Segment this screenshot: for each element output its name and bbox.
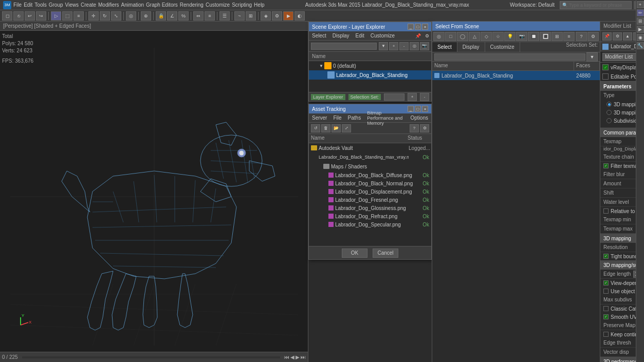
use-object-mtl-checkbox[interactable] bbox=[603, 289, 609, 294]
cancel-button[interactable]: Cancel bbox=[373, 249, 398, 258]
app-menu-file[interactable]: File bbox=[13, 2, 22, 8]
layer-explorer-tag[interactable]: Layer Explorer bbox=[311, 94, 345, 100]
asset-menu-paths[interactable]: Paths bbox=[347, 115, 362, 121]
asset-settings-btn[interactable]: ⚙ bbox=[420, 124, 429, 132]
pin-modifier-btn[interactable]: 📌 bbox=[602, 32, 612, 41]
menu-display[interactable]: Display bbox=[332, 33, 351, 39]
configure-btn[interactable]: ⚙ bbox=[613, 32, 622, 41]
selection-set-input[interactable] bbox=[384, 93, 404, 101]
pin-icon[interactable]: 📌 bbox=[415, 33, 421, 39]
close-btn[interactable]: × bbox=[422, 24, 428, 30]
modifier-editable-poly-checkbox[interactable] bbox=[602, 73, 609, 80]
asset-minimize-btn[interactable]: _ bbox=[408, 106, 414, 112]
app-menu-rendering[interactable]: Rendering bbox=[180, 2, 204, 8]
scene-btn-3[interactable]: ◯ bbox=[457, 32, 468, 41]
new-layer-icon[interactable]: + bbox=[389, 42, 398, 50]
asset-menu-options[interactable]: Options bbox=[410, 115, 429, 121]
utilities-panel-icon[interactable]: 🔧 bbox=[637, 42, 644, 49]
asset-menu-server[interactable]: Server bbox=[311, 115, 328, 121]
app-menu-modifiers[interactable]: Modifiers bbox=[98, 2, 119, 8]
maps-row[interactable]: Maps / Shaders bbox=[309, 162, 431, 171]
ok-button[interactable]: OK bbox=[342, 249, 367, 258]
pct-snap-btn[interactable]: % bbox=[178, 11, 189, 21]
delete-layer-icon[interactable]: - bbox=[399, 42, 409, 50]
app-menu-customize[interactable]: Customize bbox=[206, 2, 230, 8]
scene-btn-11[interactable]: ⊞ bbox=[551, 32, 563, 41]
tight-bounds-checkbox[interactable]: ✓ bbox=[603, 254, 609, 259]
toolbar-icon-1[interactable]: ◻ bbox=[2, 11, 12, 21]
app-menu-tools[interactable]: Tools bbox=[34, 2, 46, 8]
mirror-btn[interactable]: ⇔ bbox=[193, 11, 204, 21]
scene-btn-help[interactable]: ? bbox=[576, 32, 587, 41]
modifier-vray-checkbox[interactable]: ✓ bbox=[602, 64, 609, 70]
relative-bbox-checkbox[interactable] bbox=[603, 208, 609, 214]
select-btn[interactable]: ▷ bbox=[51, 11, 61, 21]
app-menu-views[interactable]: Views bbox=[65, 2, 79, 8]
asset-help-btn[interactable]: ? bbox=[410, 124, 419, 132]
reference-btn[interactable]: ◎ bbox=[126, 11, 136, 21]
asset-delete-btn[interactable]: 🗑 bbox=[321, 124, 330, 132]
scene-btn-8[interactable]: 📷 bbox=[516, 32, 527, 41]
filter-texmap-checkbox[interactable]: ✓ bbox=[603, 163, 609, 168]
camera-icon[interactable]: 📷 bbox=[420, 42, 429, 50]
pivot-btn[interactable]: ⊕ bbox=[141, 11, 151, 21]
tab-display[interactable]: Display bbox=[457, 42, 485, 52]
displacement-row[interactable]: Labrador_Dog_Displacement.png Ok bbox=[309, 187, 431, 196]
remove-tag-btn[interactable]: - bbox=[420, 93, 429, 101]
search-box[interactable]: 🔍 Type a keyword or phrase bbox=[560, 1, 632, 9]
view-dependent-checkbox[interactable]: ✓ bbox=[603, 280, 609, 285]
menu-edit[interactable]: Edit bbox=[355, 33, 365, 39]
move-btn[interactable]: ✛ bbox=[88, 11, 99, 21]
workspace-selector[interactable]: Workspace: Default bbox=[507, 2, 558, 8]
object-row[interactable]: Labrador_Dog_Black_Standing bbox=[309, 70, 431, 80]
select-region-btn[interactable]: ⬚ bbox=[62, 11, 72, 21]
material-editor-btn[interactable]: ◈ bbox=[261, 11, 271, 21]
toolbar-icon-2[interactable]: ⎋ bbox=[13, 11, 24, 21]
app-menu-edit[interactable]: Edit bbox=[24, 2, 32, 8]
vault-row[interactable]: Autodesk Vault Logged... bbox=[309, 143, 431, 153]
scene-btn-12[interactable]: ≡ bbox=[563, 32, 575, 41]
asset-maximize-btn[interactable]: □ bbox=[415, 106, 421, 112]
asset-refresh-btn[interactable]: ↺ bbox=[311, 124, 320, 132]
angle-snap-btn[interactable]: ∠ bbox=[167, 11, 177, 21]
motion-panel-icon[interactable]: ▶ bbox=[637, 26, 644, 33]
diffuse-row[interactable]: Labrador_Dog_Black_Diffuse.png Ok bbox=[309, 171, 431, 179]
catmull-clark-checkbox[interactable] bbox=[603, 306, 609, 311]
scene-list-item[interactable]: Labrador_Dog_Black_Standing 24880 bbox=[432, 71, 600, 80]
minimize-btn[interactable]: _ bbox=[408, 24, 414, 30]
glossiness-row[interactable]: Labrador_Dog_Glossiness.png Ok bbox=[309, 204, 431, 212]
scene-btn-5[interactable]: ◇ bbox=[481, 32, 492, 41]
scene-btn-7[interactable]: 💡 bbox=[504, 32, 516, 41]
active-shade-btn[interactable]: ◐ bbox=[295, 11, 305, 21]
menu-customize[interactable]: Customize bbox=[370, 33, 396, 39]
smooth-uvs-checkbox[interactable]: ✓ bbox=[603, 314, 609, 319]
object-color-swatch[interactable] bbox=[602, 44, 609, 50]
asset-browse-btn[interactable]: 📂 bbox=[332, 124, 341, 132]
hierarchy-panel-icon[interactable]: ⊞ bbox=[637, 17, 644, 25]
layer-mgr-btn[interactable]: ☰ bbox=[219, 11, 230, 21]
main-file-row[interactable]: Labrador_Dog_Black_Standing_max_vray.max… bbox=[309, 153, 431, 162]
scene-btn-10[interactable]: 🔳 bbox=[540, 32, 551, 41]
tab-customize[interactable]: Customize bbox=[485, 42, 520, 52]
keep-continuity-checkbox[interactable] bbox=[603, 332, 609, 337]
app-menu-help[interactable]: Help bbox=[254, 2, 265, 8]
select-filter-btn[interactable]: ≡ bbox=[73, 11, 84, 21]
menu-select[interactable]: Select bbox=[311, 33, 327, 39]
align-btn[interactable]: ≡ bbox=[205, 11, 215, 21]
scene-btn-9[interactable]: 🔲 bbox=[528, 32, 539, 41]
playback-controls[interactable]: ⏮ ◀ ▶ ⏭ bbox=[284, 354, 306, 360]
render-btn[interactable]: ▶ bbox=[283, 11, 293, 21]
fresnel-row[interactable]: Labrador_Dog_Fresnel.png Ok bbox=[309, 196, 431, 204]
rotate-btn[interactable]: ↻ bbox=[100, 11, 110, 21]
scale-btn[interactable]: ⤡ bbox=[111, 11, 121, 21]
asset-expand-btn[interactable]: ⤢ bbox=[342, 124, 351, 132]
tab-select[interactable]: Select bbox=[432, 42, 457, 52]
curve-editor-btn[interactable]: ~ bbox=[234, 11, 245, 21]
scene-filter-btn[interactable]: ▼ bbox=[586, 52, 598, 62]
snapping-btn[interactable]: 🔒 bbox=[156, 11, 166, 21]
modify-panel-icon[interactable]: ✏ bbox=[637, 9, 644, 16]
app-menu-animation[interactable]: Animation bbox=[121, 2, 144, 8]
app-menu-create[interactable]: Create bbox=[81, 2, 96, 8]
asset-close-btn[interactable]: × bbox=[422, 106, 428, 112]
specular-row[interactable]: Labrador_Dog_Specular.png Ok bbox=[309, 220, 431, 228]
